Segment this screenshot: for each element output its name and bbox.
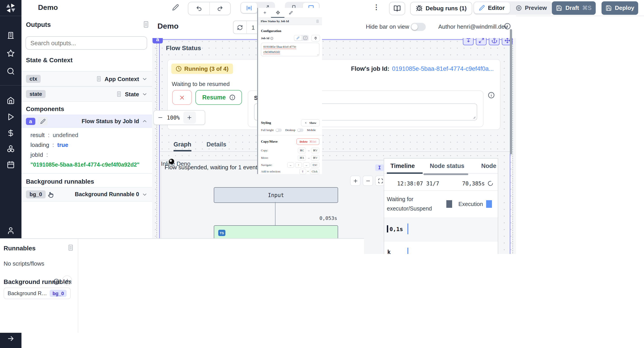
resume-label: Resume [202, 94, 226, 101]
resources-icon[interactable] [7, 145, 15, 153]
full-height-toggle[interactable] [276, 128, 282, 132]
tab-node[interactable]: Node [481, 162, 496, 169]
favorites-icon[interactable] [7, 49, 15, 57]
expand-component-button[interactable] [476, 38, 486, 45]
redo-button[interactable] [210, 2, 230, 15]
chevron-left-icon [304, 121, 307, 124]
component-output-props: result : undefined loading : true jobId … [22, 128, 152, 174]
center-layout-button[interactable] [241, 3, 257, 13]
fill-height-button[interactable] [463, 38, 474, 45]
variables-icon[interactable] [7, 129, 15, 137]
delete-button[interactable]: Delete ⌘Del [296, 138, 319, 145]
settings-tabbar [258, 8, 322, 18]
tab-node-status[interactable]: Node status [430, 162, 464, 169]
runs-icon[interactable] [7, 113, 15, 121]
home-icon[interactable] [7, 96, 15, 104]
chevron-up-icon[interactable] [142, 118, 148, 124]
debug-runs-button[interactable]: Debug runs (1) [410, 2, 472, 15]
edit-title-icon[interactable] [172, 4, 179, 11]
refresh-button[interactable] [234, 21, 247, 34]
hide-bar-toggle[interactable] [410, 23, 426, 31]
timeline-exec-tick [408, 248, 408, 254]
cancel-button[interactable] [172, 90, 192, 105]
copymove-title: Copy/Move [261, 140, 278, 143]
tab-insert-icon[interactable] [263, 11, 267, 15]
settings-doc-icon[interactable] [316, 20, 319, 23]
bg-runnable-item[interactable]: Background Runna... bg_0 [4, 287, 71, 299]
form-info-icon[interactable] [488, 92, 495, 99]
graph-node-input[interactable]: Input [214, 187, 338, 203]
draft-button[interactable]: Draft ⌘S [552, 1, 596, 15]
job-id-value-line2: c9ef4f0a92d2 [264, 49, 317, 54]
legend-execution-label: Execution [458, 201, 483, 207]
workspace-icon[interactable] [7, 31, 15, 39]
desktop-label: Desktop [285, 128, 296, 132]
job-id-info-icon[interactable] [270, 37, 273, 40]
chevron-down-icon[interactable] [142, 91, 148, 97]
ctx-label: App Context [104, 75, 139, 82]
undo-redo-group [188, 2, 231, 15]
search-outputs-input[interactable] [26, 36, 147, 50]
tab-details[interactable]: Details [206, 141, 226, 151]
ctx-badge: ctx [26, 75, 41, 83]
show-styling-button[interactable]: Show [301, 119, 320, 126]
static-input-button[interactable] [294, 35, 302, 41]
windmill-logo[interactable] [5, 3, 16, 14]
tab-preview[interactable]: Preview [510, 2, 552, 14]
tab-timeline[interactable]: Timeline [390, 162, 415, 169]
undo-button[interactable] [188, 2, 210, 15]
background-runnable-row[interactable]: bg_0 Background Runnable 0 [22, 187, 152, 202]
canvas-vscrollbar[interactable] [510, 29, 512, 154]
kebab-menu[interactable]: ⋮ [373, 3, 380, 11]
full-height-label: Full height [261, 128, 274, 132]
docs-button[interactable] [389, 2, 405, 15]
graph-zoom-out-button[interactable] [363, 176, 373, 186]
timeline-panel: Timeline Node status Node 12:38:07 31/7 … [384, 158, 498, 254]
graph-edge [275, 202, 276, 225]
deploy-button[interactable]: Deploy [602, 1, 638, 15]
tab-css-icon[interactable] [289, 11, 293, 15]
ctx-doc-icon [96, 76, 102, 82]
flow-job-id-link[interactable]: 0191085e-5baa-81ef-4774-c9ef4f0a... [392, 65, 494, 72]
zoom-out-icon[interactable] [158, 115, 163, 120]
author-info-icon[interactable] [504, 23, 511, 30]
anchor-component-button[interactable] [489, 38, 500, 45]
component-controls [463, 38, 512, 45]
state-badge: state [26, 90, 46, 98]
rename-component-button[interactable] [38, 117, 48, 125]
prop-key-jobid[interactable]: jobId [30, 151, 43, 158]
tab-graph[interactable]: Graph [174, 141, 192, 151]
connect-input-button[interactable] [311, 35, 320, 41]
rail-divider [0, 16, 22, 16]
outputs-doc-icon[interactable] [142, 21, 150, 28]
tab-settings-icon[interactable] [276, 11, 280, 15]
job-id-value-line1: 0191085e-5baa-81ef-4774- [264, 44, 317, 49]
eval-input-button[interactable]: ƒ [302, 35, 308, 41]
users-icon[interactable] [7, 227, 15, 235]
schedules-icon[interactable] [7, 161, 15, 169]
tab-editor[interactable]: Editor [474, 2, 510, 14]
component-row-selected[interactable]: a Flow Status by Job Id [22, 115, 152, 128]
app-title: Demo [38, 4, 58, 12]
ctx-row[interactable]: ctx App Context [22, 71, 152, 86]
state-row[interactable]: state State [22, 86, 152, 102]
search-icon[interactable] [7, 67, 15, 75]
chevron-down-icon[interactable] [142, 76, 148, 82]
canvas-grid[interactable]: a Flow Status Running (3 of 4) Flow's jo… [152, 38, 516, 254]
prop-key-result[interactable]: result [30, 132, 45, 138]
expand-sidebar-icon[interactable] [7, 334, 15, 343]
add-bg-runnable-button[interactable] [62, 275, 72, 285]
runnables-title: Runnables [4, 245, 36, 252]
job-id-textarea[interactable]: 0191085e-5baa-81ef-4774- c9ef4f0a92d2 [261, 43, 319, 56]
kbd-cmd-v: ⌘V [311, 148, 319, 153]
resume-button[interactable]: Resume [196, 90, 242, 105]
runnables-doc-icon[interactable] [67, 244, 74, 251]
prop-key-loading[interactable]: loading [30, 141, 49, 148]
bg-runnables-info-icon[interactable] [53, 279, 60, 285]
desktop-toggle[interactable] [297, 128, 304, 132]
graph-zoom-in-button[interactable] [350, 176, 360, 186]
chevron-down-icon[interactable] [142, 192, 148, 197]
zoom-in-button[interactable] [183, 111, 196, 124]
add-selection-label: Add to selection: [261, 170, 281, 173]
timeline-hscrollbar[interactable] [424, 173, 468, 175]
